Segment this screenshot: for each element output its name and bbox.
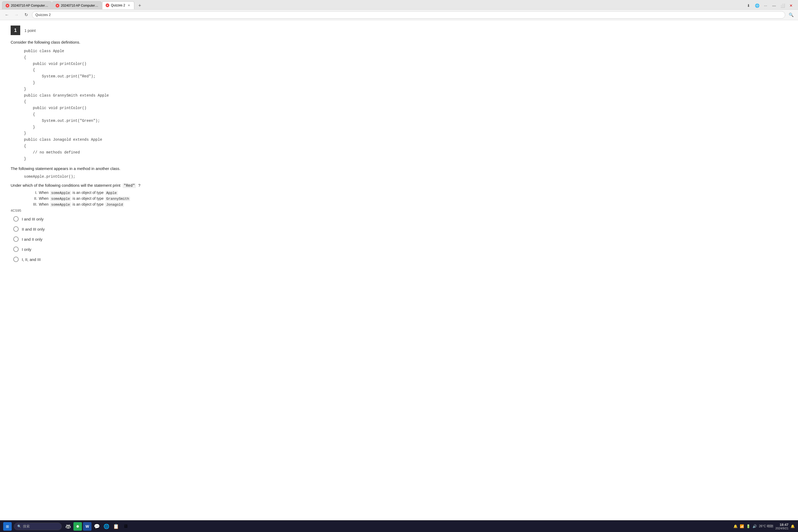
answer-choices: I and III only II and III only I and II … — [13, 216, 787, 262]
taskbar-app-monitor[interactable]: 🖥 — [121, 522, 130, 531]
notification-badge[interactable]: 🔔 — [791, 524, 795, 528]
choice-5-radio[interactable] — [13, 257, 19, 262]
condition-2: II. When someApple is an object of type … — [29, 196, 787, 201]
conditions-value: "Red" — [122, 183, 136, 188]
choice-3[interactable]: I and II only — [13, 236, 787, 242]
question-body: Consider the following class definitions… — [11, 40, 787, 262]
choice-3-label: I and II only — [22, 237, 42, 242]
choice-4-radio[interactable] — [13, 247, 19, 252]
battery-icon[interactable]: 🔋 — [746, 524, 750, 528]
choice-4[interactable]: I only — [13, 247, 787, 252]
address-bar: ← → ↻ 🔍 — [0, 10, 798, 20]
choice-1-radio[interactable] — [13, 216, 19, 222]
download-icon[interactable]: ⬇ — [745, 2, 752, 9]
tab-3-label: Quizzes 2 — [111, 3, 125, 7]
taskbar-app-word[interactable]: W — [83, 522, 92, 531]
globe-icon[interactable]: 🌐 — [753, 2, 761, 9]
taskbar-app-animal[interactable]: 🦝 — [64, 522, 72, 531]
tag-label: 4CS95 — [11, 209, 787, 212]
forward-button[interactable]: → — [13, 11, 20, 19]
clock: 18:47 2024/9/21 — [775, 523, 788, 530]
taskbar-apps: 🦝 W 💬 🌐 📋 🖥 — [64, 522, 731, 531]
question-number: 1 — [11, 25, 20, 35]
tab-1-icon: ● — [5, 4, 9, 7]
condition-2-var: someApple — [50, 196, 71, 201]
date-display: 2024/9/21 — [775, 527, 788, 530]
search-label: 搜索 — [23, 524, 30, 529]
point-label: 1 point — [24, 28, 36, 33]
new-tab-button[interactable]: + — [136, 2, 144, 9]
taskbar-search[interactable]: 🔍 搜索 — [14, 523, 62, 530]
reload-button[interactable]: ↻ — [22, 11, 30, 19]
tab-3[interactable]: ● Quizzes 2 ✕ — [102, 1, 134, 9]
statement-code: someApple.printColor(); — [24, 174, 787, 179]
roman-3: III. — [29, 202, 37, 206]
conditions-list: I. When someApple is an object of type A… — [29, 190, 787, 207]
network-icon[interactable]: 📶 — [740, 524, 744, 528]
sound-icon[interactable]: 🔊 — [753, 524, 757, 528]
taskbar-right: 🔔 📶 🔋 🔊 26°C 晴朗 18:47 2024/9/21 🔔 — [733, 523, 795, 530]
roman-2: II. — [29, 196, 37, 201]
condition-1: I. When someApple is an object of type A… — [29, 190, 787, 195]
condition-2-type: GrannySmith — [105, 196, 130, 201]
choice-2-radio[interactable] — [13, 226, 19, 232]
close-button[interactable]: ✕ — [787, 2, 795, 9]
weather-label: 26°C 晴朗 — [759, 524, 773, 529]
svg-point-0 — [77, 525, 79, 528]
condition-3-type: Jonagold — [105, 203, 124, 207]
choice-5[interactable]: I, II, and III — [13, 257, 787, 262]
conditions-question: Under which of the following conditions … — [11, 183, 787, 188]
tab-bar: ● 20240710 AP Computer Science ● 2024071… — [0, 0, 798, 10]
choice-3-radio[interactable] — [13, 236, 19, 242]
taskbar: ⊞ 🔍 搜索 🦝 W 💬 🌐 📋 🖥 🔔 📶 🔋 🔊 26°C 晴朗 — [0, 520, 798, 532]
choice-4-label: I only — [22, 247, 32, 252]
tab-1[interactable]: ● 20240710 AP Computer Science — [2, 1, 52, 9]
time-display: 18:47 — [775, 523, 788, 527]
choice-2-label: II and III only — [22, 227, 45, 231]
tab-2-label: 20240710 AP Computer Science — [61, 4, 98, 7]
choice-5-label: I, II, and III — [22, 257, 41, 262]
condition-1-type: Apple — [105, 191, 118, 195]
tab-3-close-button[interactable]: ✕ — [127, 3, 131, 7]
code-block: public class Apple { public void printCo… — [24, 48, 787, 162]
taskbar-app-notes[interactable]: 📋 — [112, 522, 120, 531]
roman-1: I. — [29, 190, 37, 195]
tab-2[interactable]: ● 20240710 AP Computer Science — [52, 1, 101, 9]
tab-2-icon: ● — [56, 4, 59, 7]
taskbar-app-chrome[interactable] — [73, 522, 82, 531]
minimize-button[interactable]: — — [770, 2, 778, 9]
choice-1[interactable]: I and III only — [13, 216, 787, 222]
taskbar-app-teams[interactable]: 💬 — [93, 522, 101, 531]
statement-intro: The following statement appears in a met… — [11, 166, 787, 171]
address-input[interactable] — [32, 11, 785, 19]
search-icon: 🔍 — [17, 525, 21, 528]
question-header: 1 1 point — [11, 25, 787, 35]
condition-1-var: someApple — [50, 191, 71, 195]
back-button[interactable]: ← — [3, 11, 11, 19]
search-icon[interactable]: 🔍 — [787, 11, 795, 19]
maximize-button[interactable]: ⬜ — [779, 2, 786, 9]
intro-text: Consider the following class definitions… — [11, 40, 787, 44]
notification-icon[interactable]: 🔔 — [733, 524, 738, 528]
start-button[interactable]: ⊞ — [3, 522, 12, 531]
tab-1-label: 20240710 AP Computer Science — [11, 4, 48, 7]
choice-1-label: I and III only — [22, 217, 44, 221]
content-area: 1 1 point Consider the following class d… — [0, 20, 798, 520]
condition-3-var: someApple — [50, 203, 71, 207]
more-icon[interactable]: ··· — [762, 2, 769, 9]
condition-3: III. When someApple is an object of type… — [29, 202, 787, 207]
taskbar-app-edge[interactable]: 🌐 — [102, 522, 111, 531]
tab-3-icon: ● — [106, 3, 109, 7]
choice-2[interactable]: II and III only — [13, 226, 787, 232]
